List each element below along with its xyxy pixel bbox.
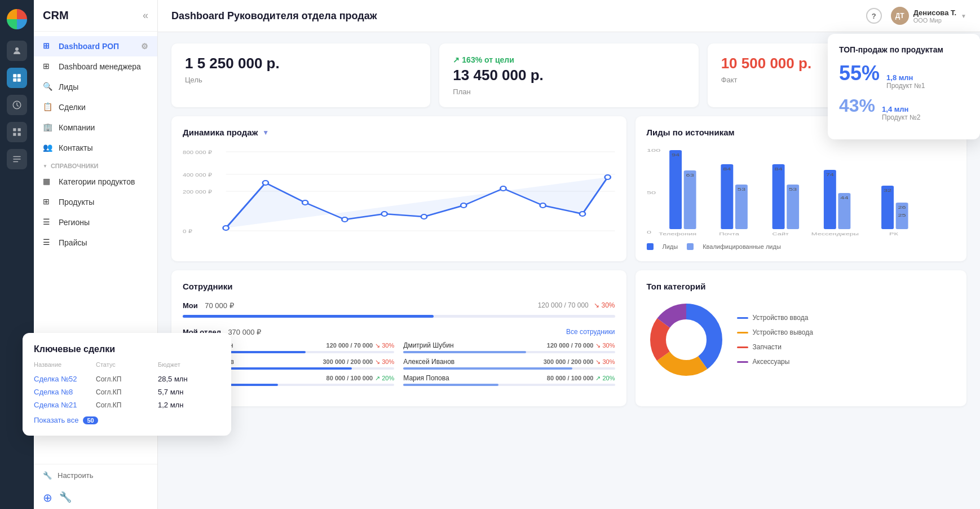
help-button[interactable]: ? bbox=[866, 8, 882, 24]
nav-icon-4[interactable] bbox=[7, 122, 27, 142]
deals-icon: 📋 bbox=[43, 102, 53, 112]
sidebar-item-dashboard-rop[interactable]: ⊞ Dashboard РОП ⚙ bbox=[34, 36, 157, 56]
deal-name-1[interactable]: Сделка №52 bbox=[34, 375, 96, 383]
top-categories-title: Топ категорий bbox=[647, 282, 956, 291]
kpi-plan-card: 163% от цели 13 450 000 р. План bbox=[439, 43, 698, 107]
deal-budget-2: 5,7 млн bbox=[158, 388, 220, 396]
app-logo bbox=[7, 9, 27, 29]
svg-text:26: 26 bbox=[898, 205, 906, 209]
wrench-icon[interactable]: 🔧 bbox=[59, 491, 72, 504]
svg-text:84: 84 bbox=[774, 167, 783, 171]
legend-label-4: Аксессуары bbox=[753, 358, 790, 366]
sidebar-item-label: Лиды bbox=[59, 82, 78, 91]
deals-table-header: Название Статус Бюджет bbox=[34, 361, 220, 370]
employees-card: Сотрудники Мои 70 000 ₽ 120 000 / 70 000… bbox=[171, 270, 626, 406]
brand-name: CRM bbox=[43, 9, 69, 22]
sidebar-item-label: Регионы bbox=[59, 218, 90, 227]
chart-legend: Лиды Квалифицированные лиды bbox=[647, 243, 956, 250]
svg-text:100: 100 bbox=[647, 148, 661, 153]
prices-icon: ☰ bbox=[43, 238, 53, 248]
svg-point-25 bbox=[605, 175, 611, 179]
emp-change: ↘ 30% bbox=[375, 358, 394, 366]
nav-icon-1[interactable] bbox=[7, 41, 27, 61]
svg-text:25: 25 bbox=[898, 213, 906, 217]
sidebar-item-prices[interactable]: ☰ Прайсы bbox=[34, 232, 157, 253]
svg-point-59 bbox=[674, 327, 699, 352]
sidebar-item-product-categories[interactable]: ▦ Категории продуктов bbox=[34, 172, 157, 192]
kpi-goal-card: 1 5 250 000 р. Цель bbox=[171, 43, 430, 107]
legend-color-3 bbox=[737, 346, 748, 348]
nav-icon-crm[interactable] bbox=[7, 68, 27, 88]
user-details: Денисова Т. ООО Мир bbox=[913, 8, 956, 24]
dashboard-icon: ⊞ bbox=[43, 41, 53, 51]
deal-name-3[interactable]: Сделка №21 bbox=[34, 401, 96, 409]
sidebar-item-label: Dashboard менеджера bbox=[59, 62, 141, 71]
emp-vals: 120 000 / 70 000 ↘ 30% bbox=[326, 342, 395, 349]
section-label-references: СПРАВОЧНИКИ bbox=[34, 158, 157, 172]
col-budget: Бюджет bbox=[158, 361, 220, 368]
my-total: 120 000 / 70 000 ↘ 30% bbox=[538, 301, 615, 309]
svg-point-17 bbox=[302, 200, 308, 205]
user-info[interactable]: ДТ Денисова Т. ООО Мир ▼ bbox=[891, 7, 966, 25]
employees-grid: Дмитрий Шубин 120 000 / 70 000 ↘ 30% bbox=[183, 341, 615, 386]
emp-row-popova-2: Мария Попова 80 000 / 100 000 ↗ 20% bbox=[403, 374, 615, 386]
add-button[interactable]: ⊕ bbox=[43, 491, 52, 504]
svg-text:50: 50 bbox=[647, 190, 656, 195]
customize-label: Настроить bbox=[58, 471, 94, 480]
product-name-2: Продукт №2 bbox=[882, 113, 920, 121]
legend-color-4 bbox=[737, 361, 748, 363]
my-progress-bar bbox=[183, 315, 615, 318]
sidebar-item-regions[interactable]: ☰ Регионы bbox=[34, 212, 157, 232]
sidebar-collapse-button[interactable]: « bbox=[143, 10, 148, 21]
sidebar-header: CRM « bbox=[34, 0, 157, 32]
deal-name-2[interactable]: Сделка №8 bbox=[34, 388, 96, 396]
nav-icon-3[interactable] bbox=[7, 95, 27, 115]
top-categories-card: Топ категорий bbox=[635, 270, 967, 406]
svg-text:53: 53 bbox=[737, 187, 745, 191]
svg-text:0 ₽: 0 ₽ bbox=[183, 229, 192, 234]
emp-change: ↗ 20% bbox=[595, 375, 615, 382]
filter-icon[interactable]: ▼ bbox=[262, 129, 269, 137]
department-section: Мой отдел 370 000 ₽ Все сотрудники Дмитр… bbox=[183, 327, 615, 386]
legend-item-3: Запчасти bbox=[737, 343, 956, 351]
svg-marker-14 bbox=[226, 177, 608, 228]
emp-vals: 80 000 / 100 000 ↗ 20% bbox=[326, 375, 395, 382]
legend-item-1: Устройство ввода bbox=[737, 314, 956, 322]
sidebar-item-label: Категории продуктов bbox=[59, 177, 135, 186]
my-section-header: Мои 70 000 ₽ 120 000 / 70 000 ↘ 30% bbox=[183, 300, 615, 310]
sidebar-item-products[interactable]: ⊞ Продукты bbox=[34, 192, 157, 212]
deals-title: Ключевые сделки bbox=[34, 344, 220, 354]
kpi-plan-value: 13 450 000 р. bbox=[453, 67, 685, 84]
svg-point-22 bbox=[500, 186, 506, 191]
show-all-button[interactable]: Показать все 50 bbox=[34, 416, 220, 424]
sidebar-item-contacts[interactable]: 👥 Контакты bbox=[34, 138, 157, 158]
product-item-2: 43% 1,4 млн Продукт №2 bbox=[839, 96, 969, 121]
svg-text:44: 44 bbox=[840, 196, 849, 200]
product-detail-2: 1,4 млн Продукт №2 bbox=[882, 105, 920, 121]
svg-rect-38 bbox=[823, 170, 836, 229]
sidebar-item-dashboard-manager[interactable]: ⊞ Dashboard менеджера bbox=[34, 56, 157, 77]
svg-text:84: 84 bbox=[723, 167, 731, 171]
donut-wrap: Устройство ввода Устройство вывода Запча… bbox=[647, 300, 956, 379]
sidebar-item-deals[interactable]: 📋 Сделки bbox=[34, 97, 157, 117]
svg-text:Мессенджеры: Мессенджеры bbox=[811, 232, 858, 236]
customize-button[interactable]: 🔧 Настроить bbox=[34, 464, 157, 486]
svg-point-20 bbox=[421, 214, 427, 219]
sidebar-item-companies[interactable]: 🏢 Компании bbox=[34, 117, 157, 138]
deal-budget-3: 1,2 млн bbox=[158, 401, 220, 409]
settings-icon[interactable]: ⚙ bbox=[141, 42, 148, 51]
nav-icon-5[interactable] bbox=[7, 149, 27, 169]
dept-amount: 370 000 ₽ bbox=[228, 328, 261, 336]
show-all-label: Показать все bbox=[34, 416, 78, 424]
deal-row-1: Сделка №52 Согл.КП 28,5 млн bbox=[34, 375, 220, 383]
emp-change: ↘ 30% bbox=[375, 342, 394, 349]
legend-leads-dot bbox=[647, 243, 654, 250]
categories-icon: ▦ bbox=[43, 177, 53, 187]
regions-icon: ☰ bbox=[43, 217, 53, 227]
employees-title: Сотрудники bbox=[183, 282, 615, 291]
sidebar-item-leads[interactable]: 🔍 Лиды bbox=[34, 77, 157, 97]
product-amount-1: 1,8 млн bbox=[886, 73, 925, 82]
my-progress-fill bbox=[183, 315, 434, 318]
all-employees-link[interactable]: Все сотрудники bbox=[566, 328, 615, 336]
topbar-right: ? ДТ Денисова Т. ООО Мир ▼ bbox=[866, 7, 966, 25]
